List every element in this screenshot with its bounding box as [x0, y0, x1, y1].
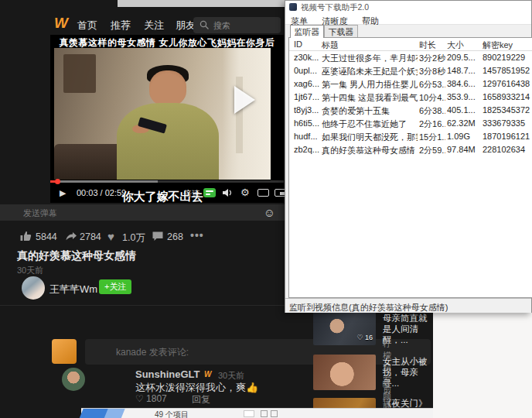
cell-id: t8yj3... [294, 105, 320, 115]
background-window-titlebar [118, 0, 285, 7]
cell-id: h6ti5... [294, 118, 320, 128]
comment-reply-button[interactable]: 回复 [192, 393, 210, 406]
nav-item-recommend[interactable]: 推荐 [111, 19, 131, 33]
cell-duration: 3分2秒 [419, 53, 445, 64]
table-row[interactable]: 1jt67...第十四集 这是我看到最气人...10分4...353.9...1… [289, 91, 532, 104]
cell-title: 第一集 男人用力捂住婴儿的... [322, 79, 418, 91]
screen: W 首页 推荐 关注 朋友 直播 生活 真羡慕这样的母女感情 女儿你放心飞妈妈在… [0, 0, 532, 418]
progress-thumb[interactable] [55, 179, 60, 184]
scene-man-head [149, 70, 186, 106]
tab-listener[interactable]: 监听器 [290, 25, 324, 38]
video-subtitle: 你大了嫁不出去 [54, 190, 271, 204]
menu-item-help[interactable]: 帮助 [356, 15, 384, 28]
author-name[interactable]: 王芊芊Wm [49, 283, 97, 296]
col-header-id[interactable]: ID [294, 39, 320, 49]
comment-time: 30天前 [218, 370, 244, 382]
emoji-smiley-icon[interactable]: ☺ [264, 206, 275, 219]
cell-size: 1.09G [447, 132, 481, 141]
cell-key: 1825345372 [483, 105, 530, 115]
comment-compose-box[interactable] [85, 339, 431, 365]
cell-id: 0upl... [294, 66, 320, 75]
nav-item-home[interactable]: 首页 [77, 19, 97, 33]
more-actions-button[interactable]: ••• [190, 229, 204, 242]
cell-title: 贪婪的爱第十五集 [322, 105, 418, 117]
table-row[interactable]: xag6...第一集 男人用力捂住婴儿的...6分53...384.6...12… [289, 77, 532, 91]
table-row[interactable]: zb2q...真的好羡慕这种母女感情2分59...97.84M228102634 [289, 143, 532, 156]
cell-title: 巫婆诬陷未来王妃是个妖女... [322, 66, 418, 77]
commenter-name[interactable]: SunshineGLT [135, 368, 200, 380]
col-header-title[interactable]: 标题 [322, 39, 418, 51]
cell-id: 1jt67... [294, 92, 320, 101]
video-frame [54, 48, 271, 180]
nav-item-follow[interactable]: 关注 [144, 19, 164, 33]
table-row[interactable]: h6ti5...他终于忍不住靠近她了2分16...62.32M333679335 [289, 117, 532, 130]
cell-id: xag6... [294, 79, 320, 88]
view-details-icon[interactable] [261, 410, 268, 417]
action-row: 5844 2784 ♥ 1.0万 268 ••• [0, 229, 285, 245]
search-box[interactable] [193, 17, 281, 33]
cell-size: 62.32M [447, 118, 481, 128]
commenter-avatar[interactable] [62, 368, 85, 391]
cell-size: 209.5... [447, 53, 481, 62]
col-header-key[interactable]: 解密key [483, 39, 530, 51]
cell-duration: 10分4... [419, 92, 445, 104]
cell-key: 890219229 [483, 53, 530, 62]
cell-size: 384.6... [447, 79, 481, 88]
explorer-selection-box [244, 410, 254, 417]
col-header-size[interactable]: 大小 [447, 39, 481, 51]
cell-duration: 3分8秒 [419, 66, 445, 77]
listener-table: ID 标题 时长 大小 解密key 路径 z30k...大王过世很多年，芈月却有… [288, 37, 532, 298]
cell-duration: 15分1... [419, 132, 445, 143]
recommended-thumbnail[interactable] [313, 355, 376, 390]
author-avatar[interactable] [22, 276, 45, 300]
table-row[interactable]: z30k...大王过世很多年，芈月却有...3分2秒209.5...890219… [289, 51, 532, 64]
cell-title: 大王过世很多年，芈月却有... [322, 53, 418, 64]
items-count-label: 49 个项目 [155, 409, 189, 418]
cell-duration: 2分59... [419, 145, 445, 156]
thumbnail-like-count: ♡ 16 [356, 334, 373, 341]
cell-size: 148.7... [447, 66, 481, 75]
comment-count[interactable]: 268 [167, 231, 183, 242]
view-thumbnails-icon[interactable] [271, 410, 278, 417]
brand-logo-icon[interactable]: W [54, 15, 68, 32]
table-row[interactable]: t8yj3...贪婪的爱第十五集6分38...405.1...182534537… [289, 104, 532, 117]
follow-button[interactable]: +关注 [99, 279, 131, 294]
current-user-avatar[interactable] [52, 339, 77, 364]
member-badge-icon: W [204, 370, 211, 379]
window-titlebar[interactable]: 视频号下载助手2.0 [285, 1, 531, 13]
progress-track[interactable] [50, 180, 284, 183]
col-header-duration[interactable]: 时长 [419, 39, 445, 51]
like-count[interactable]: 5844 [36, 231, 57, 242]
comment-like-button[interactable]: ♡ 1807 [135, 393, 167, 404]
heart-count[interactable]: 1.0万 [122, 231, 145, 245]
table-row[interactable]: hudf...如果我们明天都没死，那我...15分1...1.09G187019… [289, 130, 532, 143]
tab-downloader[interactable]: 下载器 [324, 25, 358, 38]
video-player[interactable]: 真羡慕这样的母女感情 女儿你放心飞妈妈在你身后 ▶ 00:03 / [50, 35, 284, 203]
app-icon [289, 3, 297, 11]
comment-bubble-icon[interactable] [152, 230, 164, 242]
cell-key: 1870196121 [483, 132, 530, 141]
cell-size: 405.1... [447, 105, 481, 115]
heart-icon[interactable]: ♥ [107, 230, 114, 243]
search-input[interactable] [213, 17, 277, 33]
table-header-row: ID 标题 时长 大小 解密key 路径 [289, 38, 532, 51]
danmaku-input[interactable] [23, 204, 247, 221]
scene-picture-frame [63, 54, 96, 93]
recommended-thumbnail[interactable]: ♡ 16 [313, 310, 376, 345]
share-arrow-icon[interactable] [65, 230, 77, 242]
share-count[interactable]: 2784 [80, 231, 101, 242]
cell-title: 如果我们明天都没死，那我... [322, 132, 418, 143]
cell-key: 1658933214 [483, 92, 530, 101]
table-row[interactable]: 0upl...巫婆诬陷未来王妃是个妖女...3分8秒148.7...145785… [289, 64, 532, 77]
cell-duration: 6分38... [419, 105, 445, 117]
cell-title: 真的好羡慕这种母女感情 [322, 145, 418, 156]
menu-bar: 菜单 清晰度 帮助 [285, 13, 531, 25]
play-overlay-icon[interactable] [234, 86, 255, 114]
scene-curtain [223, 48, 271, 180]
cell-title: 他终于忍不住靠近她了 [322, 118, 418, 130]
cell-title: 第十四集 这是我看到最气人... [322, 92, 418, 104]
cell-id: z30k... [294, 53, 320, 62]
cell-duration: 2分16... [419, 118, 445, 130]
thumbs-up-icon[interactable] [19, 230, 32, 242]
cell-size: 97.84M [447, 145, 481, 154]
